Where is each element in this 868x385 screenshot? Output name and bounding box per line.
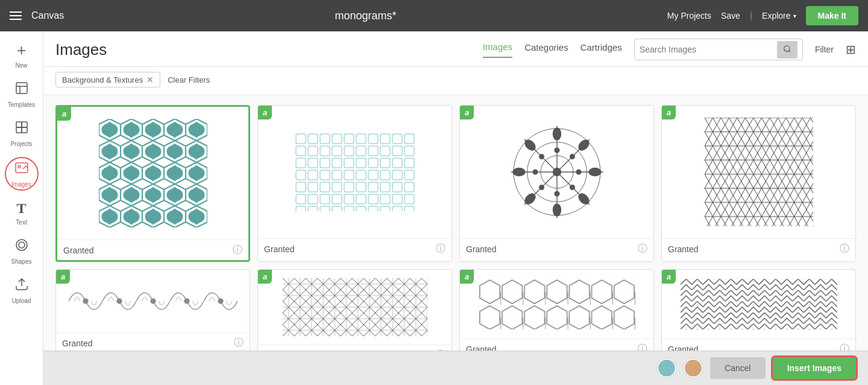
info-icon-5[interactable]: ⓘ [234, 337, 244, 349]
image-footer-1: Granted ⓘ [57, 240, 248, 260]
svg-rect-54 [681, 279, 837, 329]
tab-images[interactable]: Images [483, 42, 512, 58]
hamburger-menu[interactable] [10, 11, 22, 20]
sidebar-item-label: Shapes [11, 258, 32, 265]
image-status-5: Granted [62, 339, 93, 348]
active-filter-tag: Background & Textures ✕ [55, 72, 160, 88]
info-icon-8[interactable]: ⓘ [840, 343, 849, 351]
text-icon: T [16, 200, 26, 217]
svg-rect-4 [22, 122, 27, 127]
image-grid: a Granted ⓘ [55, 105, 856, 351]
image-card-3[interactable]: a Granted ⓘ [459, 105, 654, 262]
filter-tag-label: Background & Textures [62, 75, 143, 84]
search-box [634, 39, 803, 60]
color-swatch-2[interactable] [684, 358, 703, 378]
save-button[interactable]: Save [721, 11, 740, 21]
sidebar-item-label: New [15, 62, 27, 69]
header-top-row: Images Images Categories Cartridges Filt… [55, 39, 856, 60]
svg-point-10 [19, 242, 25, 248]
search-button[interactable] [777, 41, 797, 59]
moroccan-pattern-svg [93, 119, 213, 228]
my-projects-button[interactable]: My Projects [667, 11, 711, 21]
info-icon-1[interactable]: ⓘ [233, 244, 242, 256]
content-header: Images Images Categories Cartridges Filt… [43, 31, 868, 67]
image-preview-3 [460, 106, 653, 238]
svg-rect-50 [283, 278, 427, 336]
info-icon-4[interactable]: ⓘ [840, 243, 849, 255]
image-card-1[interactable]: a Granted ⓘ [55, 105, 250, 262]
image-badge-2: a [258, 106, 272, 119]
insert-images-button[interactable]: Insert Images [773, 357, 856, 379]
crosshatch-svg [283, 277, 427, 337]
sidebar-item-label: Templates [8, 101, 36, 108]
chevron-pattern-svg [681, 277, 837, 331]
sidebar: + New Templates Projects Images T Text [0, 31, 43, 385]
tab-categories[interactable]: Categories [524, 42, 568, 57]
svg-point-21 [552, 168, 561, 176]
image-preview-4 [662, 106, 855, 238]
svg-rect-6 [22, 127, 27, 133]
image-card-7[interactable]: a Granted ⓘ [459, 269, 654, 351]
sidebar-item-shapes[interactable]: Shapes [0, 233, 43, 270]
svg-point-25 [552, 127, 561, 141]
sidebar-item-label: Projects [10, 141, 32, 147]
svg-rect-7 [16, 163, 28, 173]
search-input[interactable] [640, 45, 777, 54]
shapes-icon [14, 238, 29, 256]
image-status-3: Granted [466, 244, 497, 254]
image-badge-7: a [460, 270, 474, 284]
image-status-7: Granted [466, 345, 497, 351]
svg-point-29 [552, 203, 561, 217]
sidebar-item-images[interactable]: Images [5, 157, 39, 191]
grid-dots-svg [295, 133, 415, 211]
cancel-button[interactable]: Cancel [710, 357, 766, 379]
plus-icon: + [17, 41, 26, 60]
sidebar-item-new[interactable]: + New [5, 36, 39, 74]
info-icon-6[interactable]: ⓘ [436, 349, 445, 351]
snowflake-svg [497, 118, 617, 226]
sidebar-item-text[interactable]: T Text [0, 196, 43, 231]
sidebar-item-label: Images [11, 181, 31, 188]
image-status-2: Granted [264, 244, 295, 254]
explore-button[interactable]: Explore ▾ [762, 11, 796, 21]
svg-point-9 [16, 240, 27, 250]
nav-right-actions: My Projects Save | Explore ▾ Make It [667, 6, 858, 25]
color-swatch-1[interactable] [657, 358, 676, 378]
flourish-border-svg [69, 277, 237, 325]
image-preview-1 [57, 107, 248, 240]
project-name: monograms* [74, 10, 658, 22]
make-it-button[interactable]: Make It [806, 6, 858, 25]
templates-icon [14, 81, 29, 99]
image-card-2[interactable]: a Granted ⓘ [257, 105, 452, 262]
image-card-8[interactable]: a Granted ⓘ [661, 269, 856, 351]
image-footer-7: Granted ⓘ [460, 339, 653, 351]
projects-icon [14, 120, 29, 138]
clear-filters-button[interactable]: Clear Filters [168, 75, 210, 84]
page-title: Images [55, 40, 107, 59]
sidebar-item-upload[interactable]: Upload [0, 272, 43, 309]
svg-rect-0 [16, 83, 27, 94]
remove-filter-icon[interactable]: ✕ [146, 75, 154, 84]
tab-cartridges[interactable]: Cartridges [580, 42, 622, 57]
info-icon-3[interactable]: ⓘ [638, 243, 647, 255]
info-icon-2[interactable]: ⓘ [436, 243, 445, 255]
info-icon-7[interactable]: ⓘ [638, 343, 647, 351]
image-status-8: Granted [668, 345, 699, 351]
image-badge-4: a [662, 106, 676, 119]
image-badge-5: a [56, 270, 70, 284]
image-footer-4: Granted ⓘ [662, 238, 855, 259]
bottom-bar: Cancel Insert Images [43, 351, 868, 385]
sidebar-item-templates[interactable]: Templates [0, 76, 43, 113]
svg-point-27 [588, 168, 602, 176]
image-card-6[interactable]: a Granted ⓘ [257, 269, 452, 351]
filter-button[interactable]: Filter [815, 45, 834, 54]
grid-view-icon[interactable]: ⊞ [846, 42, 856, 57]
image-footer-8: Granted ⓘ [662, 339, 855, 351]
svg-point-39 [532, 170, 538, 175]
image-card-4[interactable]: a Granted ⓘ [661, 105, 856, 262]
image-badge-1: a [57, 107, 71, 121]
svg-point-8 [18, 165, 20, 168]
sidebar-item-projects[interactable]: Projects [0, 115, 43, 152]
image-card-5[interactable]: a Granted ⓘ [55, 269, 250, 351]
triangle-tessellation-svg [699, 118, 819, 226]
